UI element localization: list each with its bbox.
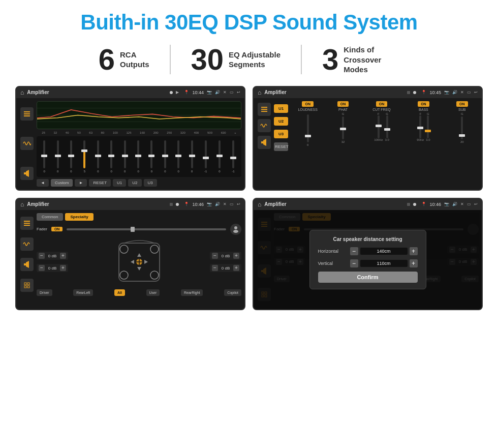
svg-rect-21 — [27, 286, 29, 288]
cx-back-icon[interactable]: ↩ — [474, 90, 478, 95]
cx-cutfreq-slider-g[interactable] — [386, 115, 388, 138]
sp-plus-tr[interactable]: + — [233, 253, 239, 259]
dlg-home-icon[interactable]: ⌂ — [258, 201, 261, 208]
eq-slider-6[interactable]: 0 — [110, 140, 112, 173]
eq-slider-13[interactable]: -1 — [204, 140, 207, 173]
confirm-button[interactable]: Confirm — [318, 272, 418, 283]
sp-speaker-btn[interactable] — [20, 258, 34, 271]
sp-tab-common[interactable]: Common — [37, 213, 63, 221]
sp-back-icon[interactable]: ↩ — [237, 202, 240, 206]
sp-btn-copilot[interactable]: Copilot — [224, 289, 241, 296]
cx-title: Amplifier — [264, 89, 404, 95]
cx-cutfreq-slider-f[interactable] — [378, 115, 380, 138]
sp-btn-rearleft[interactable]: RearLeft — [73, 289, 93, 296]
sp-wave-btn[interactable] — [20, 237, 34, 251]
dlg-back-icon[interactable]: ↩ — [474, 202, 478, 206]
freq-125: 125 — [126, 131, 131, 134]
sp-layout-btn[interactable] — [20, 279, 34, 292]
cx-sub-on[interactable]: ON — [456, 101, 468, 107]
sp-camera-icon: 📷 — [207, 202, 212, 206]
eq-bottom-controls: ◄ Custom ► RESET U1 U2 U3 — [37, 179, 241, 187]
eq-equalizer-btn[interactable] — [20, 107, 34, 121]
eq-slider-2[interactable]: 0 — [57, 140, 59, 173]
cx-bass: ON BASS F 90Hz — [403, 101, 443, 151]
sp-fader-on[interactable]: ON — [51, 227, 63, 231]
cx-reset-btn[interactable]: RESET — [274, 142, 288, 151]
sp-avatar-icon[interactable] — [230, 224, 241, 235]
eq-slider-10[interactable]: 0 — [164, 140, 166, 173]
eq-prev-btn[interactable]: ◄ — [37, 179, 49, 187]
cx-bass-on[interactable]: ON — [418, 101, 429, 107]
freq-32: 32 — [54, 131, 57, 134]
eq-u2-btn[interactable]: U2 — [128, 179, 141, 187]
eq-custom-btn[interactable]: Custom — [51, 179, 73, 187]
eq-slider-11[interactable]: 0 — [177, 140, 179, 173]
sp-home-icon[interactable]: ⌂ — [20, 201, 24, 208]
eq-u3-btn[interactable]: U3 — [144, 179, 157, 187]
svg-marker-12 — [263, 139, 266, 146]
svg-rect-20 — [24, 286, 26, 288]
sp-minus-br[interactable]: − — [212, 265, 218, 271]
eq-home-icon[interactable]: ⌂ — [20, 89, 24, 96]
dialog-vertical-minus[interactable]: − — [350, 259, 358, 267]
cx-preset-u3[interactable]: U3 — [274, 130, 288, 138]
sp-btn-rearright[interactable]: RearRight — [181, 289, 203, 296]
dialog-vertical-plus[interactable]: + — [410, 259, 418, 267]
sp-plus-bl[interactable]: + — [60, 265, 66, 271]
cx-loudness-on[interactable]: ON — [302, 101, 314, 107]
eq-slider-12[interactable]: 0 — [191, 140, 193, 173]
cx-preset-u2[interactable]: U2 — [274, 117, 288, 126]
sp-window-icon: ▭ — [230, 202, 234, 206]
cx-eq-btn[interactable] — [258, 103, 271, 116]
sp-db-tr: − 0 dB + — [210, 252, 241, 260]
eq-slider-7[interactable]: 0 — [124, 140, 126, 173]
eq-next-btn[interactable]: ► — [75, 179, 87, 187]
dlg-content: Common Specialty Fader ON −0 dB+ −0 dB+ — [254, 210, 482, 309]
dialog-horizontal-minus[interactable]: − — [350, 247, 358, 255]
sp-minus-tl[interactable]: − — [39, 253, 45, 259]
eq-slider-8[interactable]: 0 — [137, 140, 139, 173]
stat-label-crossover: Kinds ofCrossover Modes — [344, 45, 399, 75]
cx-cutfreq: ON CUT FREQ F 100Hz — [362, 101, 401, 151]
sp-fader-track[interactable] — [67, 228, 226, 230]
eq-slider-3[interactable]: 0 — [70, 140, 72, 173]
cx-speaker-btn[interactable] — [258, 136, 271, 149]
sp-minus-tr[interactable]: − — [212, 253, 218, 259]
cx-preset-u1[interactable]: U1 — [274, 104, 288, 113]
cx-bass-slider-g[interactable] — [427, 115, 429, 138]
eq-reset-btn[interactable]: RESET — [89, 179, 111, 187]
cx-status-bar: ⌂ Amplifier 📍 10:45 📷 🔊 ✕ ▭ ↩ — [254, 87, 482, 98]
sp-val-bl: 0 dB — [46, 266, 58, 271]
eq-slider-4[interactable]: 5 — [83, 140, 85, 173]
cx-cutfreq-on[interactable]: ON — [376, 101, 388, 107]
eq-slider-9[interactable]: 0 — [150, 140, 152, 173]
sp-btn-driver[interactable]: Driver — [37, 289, 52, 296]
sp-btn-all[interactable]: All — [114, 289, 125, 296]
eq-wave-btn[interactable] — [20, 137, 34, 150]
cx-home-icon[interactable]: ⌂ — [258, 89, 261, 96]
sp-btn-user[interactable]: User — [146, 289, 160, 296]
freq-630: 630 — [221, 131, 226, 134]
cx-bass-slider-f[interactable] — [419, 115, 421, 138]
eq-slider-5[interactable]: 0 — [97, 140, 99, 173]
eq-u1-btn[interactable]: U1 — [113, 179, 126, 187]
sp-plus-tl[interactable]: + — [60, 253, 66, 259]
dialog-horizontal-plus[interactable]: + — [410, 247, 418, 255]
cx-phat-slider[interactable] — [342, 116, 344, 139]
sp-eq-btn[interactable] — [20, 217, 34, 230]
sp-minus-bl[interactable]: − — [39, 265, 45, 271]
cx-loudness-slider[interactable] — [307, 114, 309, 142]
eq-back-icon[interactable]: ↩ — [237, 90, 240, 95]
svg-marker-35 — [144, 260, 148, 264]
eq-speaker-btn[interactable] — [20, 167, 34, 180]
eq-slider-1[interactable]: 0 — [43, 140, 45, 173]
sp-tab-specialty[interactable]: Specialty — [65, 213, 93, 221]
eq-slider-14[interactable]: 0 — [219, 140, 221, 173]
dialog-horizontal-value: 140cm — [360, 248, 408, 255]
cx-wave-btn[interactable] — [258, 119, 271, 132]
sp-plus-br[interactable]: + — [233, 265, 239, 271]
cx-sub-slider[interactable] — [461, 116, 463, 139]
cx-phat-on[interactable]: ON — [337, 101, 349, 107]
cx-vol-icon: 🔊 — [452, 90, 457, 95]
eq-slider-15[interactable]: -1 — [232, 140, 234, 173]
